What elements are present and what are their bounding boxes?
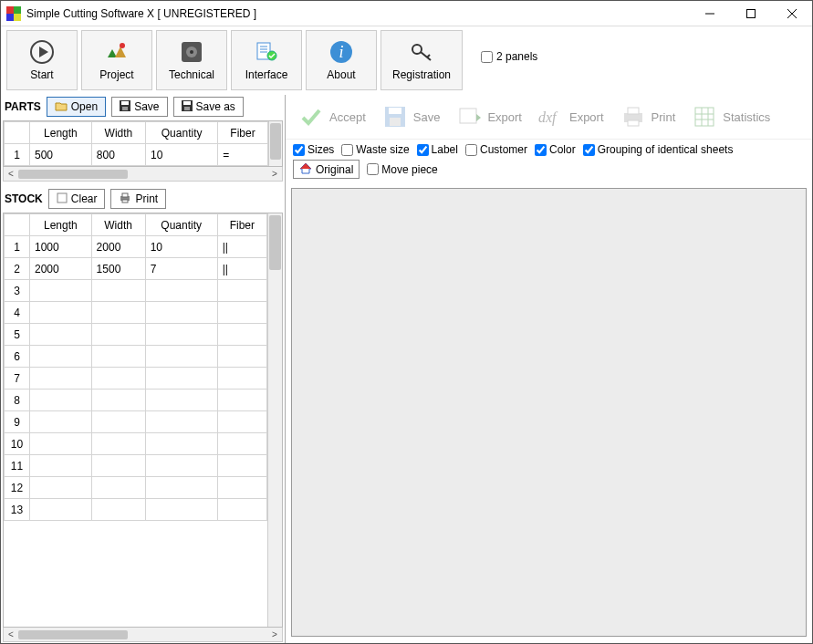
row-header[interactable]: 11 — [5, 455, 30, 477]
parts-open-button[interactable]: Open — [47, 97, 106, 117]
cell-width[interactable] — [91, 390, 145, 411]
stock-col-fiber[interactable]: Fiber — [217, 214, 266, 236]
cell-length[interactable] — [30, 280, 92, 302]
color-checkbox[interactable] — [535, 144, 547, 156]
stock-col-width[interactable]: Width — [91, 214, 145, 236]
row-header[interactable]: 12 — [5, 477, 30, 499]
cell-quantity[interactable] — [145, 499, 217, 521]
cell-quantity[interactable] — [145, 455, 217, 477]
minimize-button[interactable] — [689, 1, 730, 26]
cell-fiber[interactable] — [217, 477, 266, 499]
maximize-button[interactable] — [730, 1, 771, 26]
table-row[interactable]: 4 — [5, 302, 267, 324]
cell-quantity[interactable] — [145, 477, 217, 499]
stock-col-length[interactable]: Length — [30, 214, 92, 236]
cell-width[interactable] — [91, 280, 145, 302]
cell-length[interactable] — [30, 411, 92, 433]
cell-length[interactable] — [30, 455, 92, 477]
table-row[interactable]: 5 — [5, 324, 267, 346]
cell-width[interactable] — [91, 302, 145, 324]
cell-fiber[interactable] — [217, 280, 266, 302]
cell-length[interactable] — [30, 324, 92, 346]
sizes-checkbox[interactable] — [293, 144, 305, 156]
cell-fiber[interactable] — [217, 411, 266, 433]
parts-col-fiber[interactable]: Fiber — [218, 122, 268, 144]
technical-button[interactable]: Technical — [156, 30, 227, 90]
scroll-left-icon[interactable]: < — [5, 169, 16, 179]
cell-width[interactable] — [91, 477, 145, 499]
parts-vertical-scrollbar[interactable] — [268, 121, 282, 166]
stock-clear-button[interactable]: Clear — [48, 189, 106, 209]
cell-fiber[interactable]: || — [217, 258, 266, 280]
cell-fiber[interactable] — [217, 346, 266, 368]
cell-length[interactable] — [30, 368, 92, 390]
customer-checkbox[interactable] — [465, 144, 477, 156]
cell-length[interactable] — [30, 499, 92, 521]
cell-width[interactable] — [91, 499, 145, 521]
parts-col-length[interactable]: Length — [30, 122, 92, 144]
table-row[interactable]: 9 — [5, 411, 267, 433]
about-button[interactable]: i About — [306, 30, 377, 90]
scroll-left-icon[interactable]: < — [5, 629, 16, 639]
label-checkbox[interactable] — [417, 144, 429, 156]
cell-quantity[interactable] — [145, 302, 217, 324]
cell-fiber[interactable] — [217, 433, 266, 455]
cell-quantity[interactable]: 10 — [146, 144, 218, 166]
scroll-right-icon[interactable]: > — [269, 169, 280, 179]
cell-quantity[interactable] — [145, 346, 217, 368]
project-button[interactable]: Project — [81, 30, 152, 90]
stock-horizontal-scrollbar[interactable]: < > — [3, 628, 283, 642]
row-header[interactable]: 1 — [5, 144, 30, 166]
cell-quantity[interactable] — [145, 368, 217, 390]
cell-width[interactable]: 800 — [91, 144, 145, 166]
row-header[interactable]: 8 — [5, 390, 30, 411]
cell-fiber[interactable] — [217, 368, 266, 390]
registration-button[interactable]: Registration — [380, 30, 463, 90]
start-button[interactable]: Start — [6, 30, 78, 90]
table-row[interactable]: 1 500 800 10 = — [5, 144, 268, 166]
cell-quantity[interactable]: 7 — [145, 258, 217, 280]
cell-width[interactable] — [91, 455, 145, 477]
table-row[interactable]: 12 — [5, 477, 267, 499]
cell-fiber[interactable] — [217, 324, 266, 346]
parts-save-button[interactable]: Save — [111, 97, 167, 117]
cell-quantity[interactable] — [145, 280, 217, 302]
right-print-button[interactable]: Print — [613, 99, 683, 135]
table-row[interactable]: 2 2000 1500 7 || — [5, 258, 267, 280]
cell-length[interactable] — [30, 302, 92, 324]
grouping-checkbox[interactable] — [583, 144, 595, 156]
cell-quantity[interactable] — [145, 433, 217, 455]
cell-length[interactable]: 2000 — [30, 258, 92, 280]
row-header[interactable]: 5 — [5, 324, 30, 346]
table-row[interactable]: 6 — [5, 346, 267, 368]
stock-col-quantity[interactable]: Quantity — [145, 214, 217, 236]
table-row[interactable]: 8 — [5, 390, 267, 411]
movepiece-checkbox[interactable] — [367, 163, 379, 175]
cell-fiber[interactable]: = — [218, 144, 268, 166]
cell-width[interactable] — [91, 411, 145, 433]
stock-print-button[interactable]: Print — [110, 189, 166, 209]
cell-width[interactable]: 1500 — [91, 258, 145, 280]
preview-canvas[interactable] — [291, 188, 807, 637]
row-header[interactable]: 4 — [5, 302, 30, 324]
cell-length[interactable] — [30, 477, 92, 499]
cell-width[interactable]: 2000 — [91, 236, 145, 258]
cell-length[interactable] — [30, 433, 92, 455]
cell-width[interactable] — [91, 324, 145, 346]
parts-horizontal-scrollbar[interactable]: < > — [3, 167, 283, 182]
stock-vertical-scrollbar[interactable] — [267, 213, 282, 627]
parts-col-width[interactable]: Width — [91, 122, 145, 144]
cell-fiber[interactable] — [217, 499, 266, 521]
row-header[interactable]: 6 — [5, 346, 30, 368]
table-row[interactable]: 3 — [5, 280, 267, 302]
cell-width[interactable] — [91, 433, 145, 455]
table-row[interactable]: 11 — [5, 455, 267, 477]
cell-quantity[interactable] — [145, 324, 217, 346]
original-button[interactable]: Original — [293, 160, 360, 179]
cell-fiber[interactable] — [217, 455, 266, 477]
cell-length[interactable]: 1000 — [30, 236, 92, 258]
stock-grid[interactable]: Length Width Quantity Fiber 1 1000 2000 … — [3, 213, 283, 628]
cell-quantity[interactable] — [145, 411, 217, 433]
cell-fiber[interactable] — [217, 302, 266, 324]
parts-grid[interactable]: Length Width Quantity Fiber 1 500 800 10… — [3, 120, 283, 167]
